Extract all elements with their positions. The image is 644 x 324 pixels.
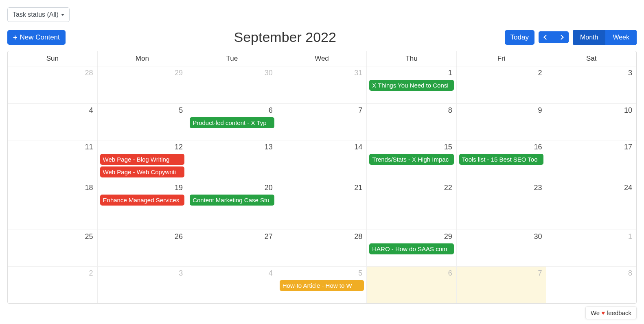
calendar-day-cell[interactable]: 10: [546, 104, 636, 140]
calendar-event[interactable]: Content Marketing Case Stu: [190, 195, 274, 206]
calendar-event[interactable]: Trends/Stats - X High Impac: [369, 154, 454, 165]
calendar-day-cell[interactable]: 1: [546, 230, 636, 267]
day-number: 8: [369, 105, 454, 117]
calendar-day-cell[interactable]: 29HARO - How do SAAS com: [367, 230, 457, 267]
day-number: 28: [10, 68, 95, 80]
calendar-day-cell[interactable]: 17: [546, 140, 636, 181]
calendar-day-cell[interactable]: 11: [8, 140, 98, 181]
calendar-day-cell[interactable]: 6Product-led content - X Typ: [187, 104, 277, 140]
calendar-day-cell[interactable]: 16Tools list - 15 Best SEO Too: [457, 140, 547, 181]
calendar-day-cell[interactable]: 8: [546, 267, 636, 303]
day-number: 22: [369, 183, 454, 195]
day-header: Sat: [546, 51, 636, 66]
calendar-day-cell[interactable]: 5How-to Article - How to W: [277, 267, 367, 303]
day-number: 9: [459, 105, 544, 117]
calendar-day-cell[interactable]: 24: [546, 181, 636, 230]
day-number: 24: [549, 183, 634, 195]
day-number: 21: [280, 183, 364, 195]
calendar-day-cell[interactable]: 28: [277, 230, 367, 267]
calendar-day-cell[interactable]: 14: [277, 140, 367, 181]
calendar-day-cell[interactable]: 1X Things You Need to Consi: [367, 66, 457, 104]
day-number: 7: [280, 105, 364, 117]
feedback-suffix: feedback: [607, 309, 631, 311]
calendar-day-cell[interactable]: 9: [457, 104, 547, 140]
prev-button[interactable]: [539, 31, 554, 43]
calendar-event[interactable]: X Things You Need to Consi: [369, 80, 454, 91]
calendar-day-cell[interactable]: 19Enhance Managed Services: [98, 181, 188, 230]
calendar-day-cell[interactable]: 23: [457, 181, 547, 230]
calendar-day-cell[interactable]: 13: [187, 140, 277, 181]
new-content-button[interactable]: + New Content: [7, 30, 66, 45]
day-header: Tue: [187, 51, 277, 66]
calendar-day-cell[interactable]: 15Trends/Stats - X High Impac: [367, 140, 457, 181]
plus-icon: +: [13, 34, 18, 41]
calendar-day-cell[interactable]: 4: [8, 104, 98, 140]
day-number: 8: [549, 268, 634, 280]
calendar-day-cell[interactable]: 2: [457, 66, 547, 104]
day-header: Sun: [8, 51, 98, 66]
calendar-day-cell[interactable]: 3: [546, 66, 636, 104]
calendar-day-cell[interactable]: 21: [277, 181, 367, 230]
feedback-button[interactable]: We ♥ feedback: [585, 306, 637, 311]
task-status-filter[interactable]: Task status (All): [7, 7, 70, 22]
calendar-day-cell[interactable]: 20Content Marketing Case Stu: [187, 181, 277, 230]
calendar-day-cell[interactable]: 8: [367, 104, 457, 140]
day-number: 1: [369, 68, 454, 80]
calendar-day-cell[interactable]: 3: [98, 267, 188, 303]
calendar-event[interactable]: Tools list - 15 Best SEO Too: [459, 154, 544, 165]
view-toggle-group: Month Week: [573, 30, 637, 45]
calendar-day-cell[interactable]: 18: [8, 181, 98, 230]
calendar-day-cell[interactable]: 30: [187, 66, 277, 104]
day-header: Thu: [367, 51, 457, 66]
calendar-day-cell[interactable]: 25: [8, 230, 98, 267]
day-number: 7: [459, 268, 544, 280]
calendar-event[interactable]: How-to Article - How to W: [280, 280, 364, 291]
calendar-day-cell[interactable]: 4: [187, 267, 277, 303]
next-button[interactable]: [554, 31, 569, 43]
calendar-day-cell[interactable]: 5: [98, 104, 188, 140]
day-number: 16: [459, 142, 544, 154]
calendar-day-cell[interactable]: 7: [457, 267, 547, 303]
day-number: 6: [369, 268, 454, 280]
calendar-day-cell[interactable]: 29: [98, 66, 188, 104]
today-button[interactable]: Today: [505, 30, 534, 45]
day-number: 3: [100, 268, 185, 280]
calendar-event[interactable]: HARO - How do SAAS com: [369, 243, 454, 254]
day-number: 13: [190, 142, 274, 154]
calendar-event[interactable]: Web Page - Web Copywriti: [100, 166, 185, 177]
month-view-button[interactable]: Month: [573, 30, 605, 45]
calendar-event[interactable]: Product-led content - X Typ: [190, 117, 274, 128]
day-number: 4: [190, 268, 274, 280]
day-number: 5: [100, 105, 185, 117]
calendar-day-cell[interactable]: 30: [457, 230, 547, 267]
calendar-day-cell[interactable]: 27: [187, 230, 277, 267]
calendar-event[interactable]: Enhance Managed Services: [100, 195, 185, 206]
new-content-label: New Content: [20, 33, 60, 42]
calendar-day-cell[interactable]: 12Web Page - Blog WritingWeb Page - Web …: [98, 140, 188, 181]
caret-down-icon: [61, 14, 64, 16]
calendar-day-cell[interactable]: 22: [367, 181, 457, 230]
day-number: 1: [549, 232, 634, 243]
day-number: 14: [280, 142, 364, 154]
day-number: 20: [190, 183, 274, 195]
calendar-day-cell[interactable]: 26: [98, 230, 188, 267]
chevron-left-icon: [543, 35, 549, 40]
day-header: Mon: [98, 51, 188, 66]
calendar-day-cell[interactable]: 2: [8, 267, 98, 303]
calendar-day-cell[interactable]: 6: [367, 267, 457, 303]
task-status-label: Task status (All): [13, 11, 59, 18]
calendar-day-cell[interactable]: 7: [277, 104, 367, 140]
week-view-button[interactable]: Week: [605, 30, 637, 45]
calendar-day-cell[interactable]: 28: [8, 66, 98, 104]
day-number: 28: [280, 232, 364, 243]
day-header: Wed: [277, 51, 367, 66]
day-number: 2: [10, 268, 95, 280]
day-number: 5: [280, 268, 364, 280]
day-number: 10: [549, 105, 634, 117]
day-number: 30: [459, 232, 544, 243]
calendar-day-cell[interactable]: 31: [277, 66, 367, 104]
day-number: 23: [459, 183, 544, 195]
day-number: 6: [190, 105, 274, 117]
calendar-event[interactable]: Web Page - Blog Writing: [100, 154, 185, 165]
day-number: 12: [100, 142, 185, 154]
